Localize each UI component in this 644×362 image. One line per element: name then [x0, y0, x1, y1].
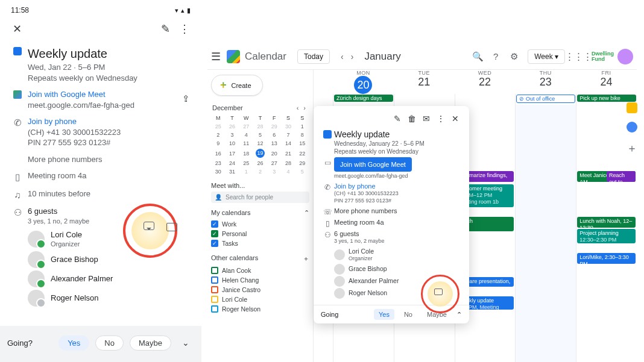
- checkbox-icon[interactable]: [211, 296, 218, 303]
- mini-day[interactable]: 15: [295, 139, 309, 148]
- popup-rsvp-yes[interactable]: Yes: [374, 309, 394, 320]
- popup-close-icon[interactable]: ✕: [449, 112, 462, 125]
- all-day-cell[interactable]: Zürich design days: [333, 94, 394, 105]
- checkbox-icon[interactable]: [211, 230, 218, 237]
- guest-row[interactable]: Grace Bishop: [28, 251, 194, 268]
- popup-more-phones[interactable]: More phone numbers: [334, 207, 462, 216]
- view-select[interactable]: Week ▾: [528, 49, 565, 64]
- mini-next-icon[interactable]: ›: [301, 104, 308, 111]
- mini-day[interactable]: 27: [239, 122, 253, 131]
- mini-day[interactable]: 25: [211, 122, 225, 131]
- calendar-item[interactable]: Tasks: [211, 239, 309, 248]
- mini-day[interactable]: 31: [225, 167, 239, 176]
- popup-guest[interactable]: Roger Nelson: [334, 288, 462, 299]
- mini-day[interactable]: 30: [281, 122, 295, 131]
- mini-day[interactable]: 10: [225, 139, 239, 148]
- join-meet-button[interactable]: Join with Google Meet: [334, 157, 412, 172]
- popup-edit-icon[interactable]: ✎: [391, 112, 404, 125]
- day-header[interactable]: THU23: [515, 70, 576, 94]
- popup-overflow-icon[interactable]: ⋮: [434, 112, 447, 125]
- chat-icon[interactable]: [144, 222, 154, 230]
- all-day-cell[interactable]: [394, 94, 455, 105]
- email-guests-icon[interactable]: [166, 223, 177, 231]
- mini-day[interactable]: 5: [253, 131, 267, 139]
- day-header[interactable]: TUE21: [394, 70, 455, 94]
- popup-guest[interactable]: Lori ColeOrganizer: [334, 248, 462, 263]
- next-week-icon[interactable]: ›: [347, 49, 358, 64]
- help-icon[interactable]: ?: [487, 48, 505, 66]
- prev-week-icon[interactable]: ‹: [337, 49, 347, 64]
- week-grid[interactable]: MON20TUE21WED22THU23FRI24 Zürich design …: [314, 70, 637, 362]
- meet-link[interactable]: Join with Google Meet: [28, 89, 177, 100]
- mini-day[interactable]: 25: [239, 159, 253, 167]
- day-header[interactable]: WED22: [455, 70, 516, 94]
- mini-day[interactable]: 6: [267, 131, 281, 139]
- mini-day[interactable]: 30: [211, 167, 225, 176]
- checkbox-icon[interactable]: [211, 220, 218, 228]
- add-calendar-icon[interactable]: ＋: [303, 254, 309, 263]
- calendar-item[interactable]: Work: [211, 219, 309, 229]
- checkbox-icon[interactable]: [211, 276, 218, 284]
- add-tab-icon[interactable]: ＋: [627, 141, 637, 155]
- menu-icon[interactable]: ☰: [207, 48, 224, 65]
- popup-rsvp-maybe[interactable]: Maybe: [422, 309, 452, 320]
- checkbox-icon[interactable]: [211, 305, 218, 313]
- tasks-tab-icon[interactable]: [627, 122, 637, 133]
- mini-day[interactable]: 22: [295, 148, 309, 159]
- mini-day[interactable]: 18: [239, 148, 253, 159]
- mini-day[interactable]: 4: [239, 131, 253, 139]
- mini-day[interactable]: 8: [295, 131, 309, 139]
- profile-avatar[interactable]: [617, 49, 633, 64]
- mini-day[interactable]: 16: [211, 148, 225, 159]
- mini-day[interactable]: 1: [239, 167, 253, 176]
- meet-row[interactable]: Join with Google Meet meet.google.com/fa…: [7, 89, 194, 110]
- calendar-item[interactable]: Janice Castro: [211, 285, 309, 295]
- mini-day[interactable]: 7: [281, 131, 295, 139]
- today-button[interactable]: Today: [297, 49, 330, 64]
- mini-day[interactable]: 20: [267, 148, 281, 159]
- checkbox-icon[interactable]: [211, 286, 218, 293]
- chat-icon[interactable]: [434, 289, 443, 295]
- share-icon[interactable]: ⇪: [177, 90, 194, 107]
- mini-day[interactable]: 5: [295, 167, 309, 176]
- mini-day[interactable]: 23: [211, 159, 225, 167]
- guest-row[interactable]: Lori ColeOrganizer: [28, 229, 194, 249]
- calendar-item[interactable]: Helen Chang: [211, 275, 309, 285]
- day-header[interactable]: MON20: [333, 70, 394, 94]
- calendar-item[interactable]: Alan Cook: [211, 266, 309, 275]
- guest-row[interactable]: Alexander Palmer: [28, 270, 194, 287]
- mini-day[interactable]: 14: [281, 139, 295, 148]
- calendar-event[interactable]: Lori/Mike, 2:30–3:30 PM: [577, 253, 636, 264]
- popup-phone-link[interactable]: Join by phone: [334, 182, 462, 190]
- mini-day[interactable]: 17: [225, 148, 239, 159]
- checkbox-icon[interactable]: [211, 267, 218, 274]
- popup-delete-icon[interactable]: 🗑: [405, 112, 418, 125]
- mini-day[interactable]: 26: [253, 159, 267, 167]
- phone-row[interactable]: ✆ Join by phone (CH) +41 30 30001532223 …: [7, 116, 194, 148]
- chevron-icon[interactable]: ⌃: [304, 209, 309, 217]
- apps-grid-icon[interactable]: ⋮⋮⋮: [570, 48, 588, 66]
- edit-icon[interactable]: ✎: [157, 20, 174, 37]
- mini-day[interactable]: 24: [225, 159, 239, 167]
- mini-day[interactable]: 9: [211, 139, 225, 148]
- mini-day[interactable]: 27: [267, 159, 281, 167]
- mini-day[interactable]: 3: [267, 167, 281, 176]
- create-button[interactable]: Create: [211, 75, 263, 96]
- calendar-item[interactable]: Personal: [211, 229, 309, 239]
- popup-guest[interactable]: Grace Bishop: [334, 264, 462, 275]
- mini-prev-icon[interactable]: ‹: [294, 104, 301, 111]
- rsvp-maybe[interactable]: Maybe: [130, 335, 171, 351]
- guest-row[interactable]: Roger Nelson: [28, 290, 194, 307]
- mini-day[interactable]: 28: [281, 159, 295, 167]
- mini-day[interactable]: 1: [295, 122, 309, 131]
- mini-day[interactable]: 29: [267, 122, 281, 131]
- rsvp-yes[interactable]: Yes: [58, 335, 89, 351]
- mini-day[interactable]: 2: [253, 167, 267, 176]
- calendar-item[interactable]: Lori Cole: [211, 295, 309, 304]
- popup-guest[interactable]: Alexander Palmer: [334, 276, 462, 287]
- mini-day[interactable]: 21: [281, 148, 295, 159]
- calendar-event[interactable]: Lunch with Noah, 12–12:30: [577, 217, 636, 228]
- keep-tab-icon[interactable]: [627, 102, 637, 113]
- mini-day[interactable]: 4: [281, 167, 295, 176]
- popup-rsvp-no[interactable]: No: [399, 309, 417, 320]
